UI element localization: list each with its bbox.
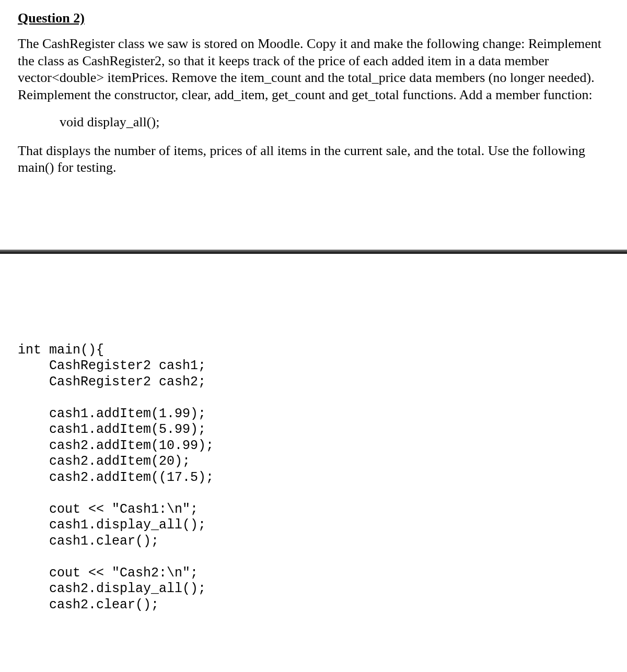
paragraph-2: That displays the number of items, price… [18, 143, 609, 176]
function-signature: void display_all(); [60, 114, 609, 131]
code-block: int main(){ CashRegister2 cash1; CashReg… [18, 343, 609, 614]
page-divider [0, 250, 627, 254]
paragraph-1: The CashRegister class we saw is stored … [18, 36, 609, 103]
question-heading: Question 2) [18, 10, 609, 26]
